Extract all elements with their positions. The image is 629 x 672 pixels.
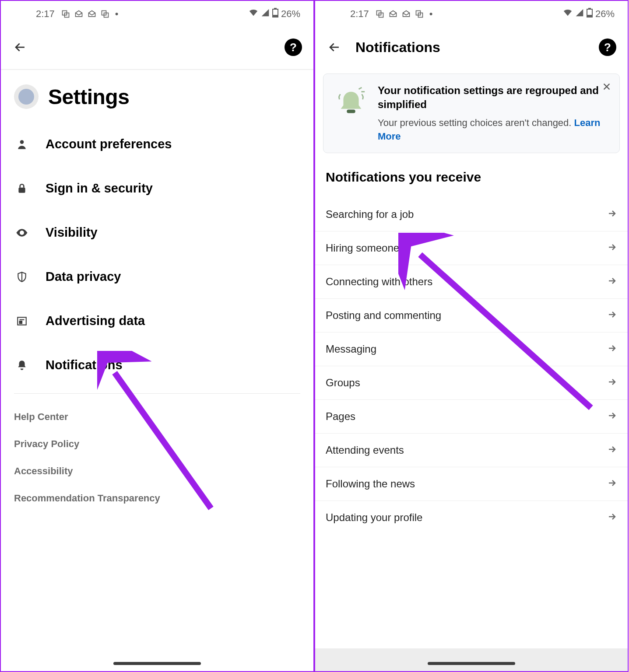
wifi-icon	[249, 8, 258, 20]
shield-icon	[14, 271, 30, 283]
chevron-right-icon	[607, 478, 617, 490]
screenshot-icon	[375, 9, 385, 19]
chevron-right-icon	[607, 208, 617, 220]
svg-point-7	[20, 140, 24, 144]
settings-item-label: Advertising data	[46, 314, 145, 328]
notif-item-label: Attending events	[326, 444, 404, 456]
svg-rect-8	[18, 187, 25, 192]
settings-item-notifications[interactable]: Notifications	[14, 343, 300, 387]
notif-item-messaging[interactable]: Messaging	[315, 332, 628, 366]
mail-open-icon-2	[401, 9, 411, 19]
notif-item-connecting-with-others[interactable]: Connecting with others	[315, 265, 628, 299]
status-more-dot: •	[429, 9, 433, 19]
notif-item-updating-your-profile[interactable]: Updating your profile	[315, 501, 628, 534]
cellular-icon	[575, 8, 584, 20]
page-title: Settings	[48, 85, 129, 109]
svg-rect-20	[347, 110, 355, 113]
status-left: 2:17 •	[14, 8, 119, 20]
settings-item-label: Account preferences	[46, 137, 172, 151]
chevron-right-icon	[607, 242, 617, 254]
phone-left: 2:17 • 26%	[0, 0, 314, 672]
notif-item-hiring-someone[interactable]: Hiring someone	[315, 231, 628, 265]
footer-link-accessibility[interactable]: Accessibility	[14, 458, 300, 485]
close-banner-button[interactable]	[601, 81, 612, 92]
notif-item-label: Updating your profile	[326, 511, 422, 524]
status-bar: 2:17 • 26%	[1, 1, 313, 25]
footer-links: Help Center Privacy Policy Accessibility…	[1, 394, 313, 522]
chevron-right-icon	[607, 410, 617, 423]
phone-right: 2:17 • 26% Notifications ?	[314, 0, 629, 672]
battery-icon	[272, 8, 278, 20]
home-indicator[interactable]	[113, 662, 201, 665]
status-right: 26%	[249, 8, 300, 20]
chevron-right-icon	[607, 276, 617, 288]
svg-rect-19	[587, 15, 592, 17]
notif-item-label: Groups	[326, 377, 360, 389]
notif-item-label: Connecting with others	[326, 276, 432, 288]
settings-item-advertising-data[interactable]: Advertising data	[14, 299, 300, 343]
help-button[interactable]: ?	[285, 38, 302, 56]
back-button[interactable]	[327, 39, 342, 55]
notif-item-label: Posting and commenting	[326, 309, 441, 322]
battery-icon	[587, 8, 593, 20]
mail-open-icon-2	[87, 9, 97, 19]
svg-rect-11	[20, 321, 22, 323]
status-time: 2:17	[36, 8, 55, 20]
notif-item-label: Searching for a job	[326, 208, 414, 220]
screenshot-icon-2	[100, 9, 110, 19]
screenshot-icon	[61, 9, 70, 19]
settings-item-label: Visibility	[46, 225, 98, 240]
chevron-right-icon	[607, 343, 617, 355]
settings-item-account-preferences[interactable]: Account preferences	[14, 122, 300, 166]
wifi-icon	[563, 8, 573, 20]
notif-item-label: Messaging	[326, 343, 376, 355]
notif-item-posting-and-commenting[interactable]: Posting and commenting	[315, 299, 628, 332]
chevron-right-icon	[607, 511, 617, 524]
home-indicator[interactable]	[428, 662, 515, 665]
status-left: 2:17 •	[328, 8, 433, 20]
svg-rect-6	[273, 15, 278, 17]
notif-item-groups[interactable]: Groups	[315, 366, 628, 400]
newspaper-icon	[14, 315, 30, 327]
settings-item-label: Notifications	[46, 358, 123, 372]
status-time: 2:17	[350, 8, 369, 20]
notif-item-label: Following the news	[326, 478, 415, 490]
page-title: Notifications	[355, 39, 599, 56]
bottom-spacer	[315, 648, 628, 671]
footer-link-recommendation-transparency[interactable]: Recommendation Transparency	[14, 485, 300, 512]
svg-rect-18	[588, 8, 591, 9]
banner-subtitle: Your previous setting choices aren't cha…	[378, 116, 611, 144]
back-button[interactable]	[12, 39, 28, 55]
chevron-right-icon	[607, 309, 617, 322]
mail-open-icon	[74, 9, 84, 19]
notif-item-following-the-news[interactable]: Following the news	[315, 467, 628, 501]
status-right: 26%	[563, 8, 615, 20]
notif-item-pages[interactable]: Pages	[315, 400, 628, 434]
battery-text: 26%	[595, 8, 615, 20]
settings-item-label: Sign in & security	[46, 181, 153, 196]
settings-item-visibility[interactable]: Visibility	[14, 210, 300, 255]
notif-item-searching-for-a-job[interactable]: Searching for a job	[315, 198, 628, 231]
mail-open-icon	[388, 9, 398, 19]
footer-link-privacy-policy[interactable]: Privacy Policy	[14, 430, 300, 458]
settings-item-sign-in-security[interactable]: Sign in & security	[14, 166, 300, 210]
help-button[interactable]: ?	[599, 38, 616, 56]
status-bar: 2:17 • 26%	[315, 1, 628, 25]
notif-item-label: Hiring someone	[326, 242, 399, 254]
lock-icon	[14, 183, 30, 194]
avatar[interactable]	[14, 84, 39, 109]
notification-list: Searching for a job Hiring someone Conne…	[315, 198, 628, 534]
chevron-right-icon	[607, 444, 617, 456]
screenshot-icon-2	[415, 9, 424, 19]
person-icon	[14, 139, 30, 150]
cellular-icon	[261, 8, 270, 20]
settings-list: Account preferences Sign in & security V…	[1, 122, 313, 387]
banner-subtitle-text: Your previous setting choices aren't cha…	[378, 117, 574, 128]
settings-item-data-privacy[interactable]: Data privacy	[14, 255, 300, 299]
banner-title: Your notification settings are regrouped…	[378, 84, 611, 112]
bell-illustration-icon	[331, 85, 371, 120]
notif-item-attending-events[interactable]: Attending events	[315, 434, 628, 467]
settings-header: Settings	[1, 70, 313, 122]
footer-link-help-center[interactable]: Help Center	[14, 403, 300, 430]
bell-icon	[14, 360, 30, 371]
